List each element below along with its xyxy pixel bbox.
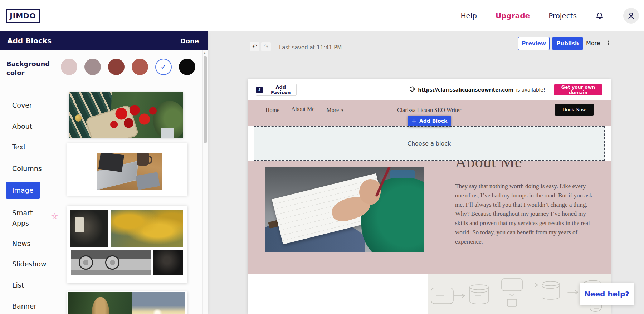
divider — [6, 87, 201, 87]
globe-icon — [409, 86, 415, 93]
image-layout-thumbnail-duo[interactable] — [67, 291, 187, 314]
image-layout-thumbnail-flowers[interactable] — [69, 92, 183, 138]
jimdo-logo[interactable]: JIMDO — [6, 9, 40, 23]
domain-url: https://clarissalicuanseowriter.com — [418, 87, 513, 93]
panel-body: Background color ✓ ✓ ✓ ✓ ✓ ✓ Cover About… — [0, 50, 208, 314]
notepad — [136, 172, 160, 190]
done-button[interactable]: Done — [180, 37, 199, 45]
app-top-bar: JIMDO Help Upgrade Projects — [0, 0, 644, 31]
last-saved-status: Last saved at 11:41 PM — [279, 44, 342, 51]
duo-photo-sunset — [132, 292, 185, 314]
sidebar-item-columns[interactable]: Columns — [12, 165, 42, 172]
sidebar-item-text[interactable]: Text — [12, 143, 26, 151]
site-canvas: J Add Favicon https://clarissalicuanseow… — [248, 79, 611, 314]
add-favicon-label: Add Favicon — [265, 84, 296, 95]
account-avatar[interactable] — [623, 8, 639, 24]
more-label: More — [586, 40, 600, 46]
add-favicon-button[interactable]: J Add Favicon — [256, 84, 297, 96]
about-body-text[interactable]: They say that nothing worth doing is eas… — [455, 182, 595, 246]
about-section: They say that nothing worth doing is eas… — [248, 161, 611, 274]
next-section — [248, 274, 611, 314]
jimdo-favicon-icon: J — [256, 87, 263, 93]
color-swatch-mauve[interactable]: ✓ — [84, 59, 101, 75]
color-swatch-brick[interactable]: ✓ — [132, 59, 148, 75]
bicycle-wheel — [105, 255, 119, 270]
flowers-photo-blooms — [103, 99, 164, 135]
kebab-menu-icon: ⋮ — [605, 39, 611, 46]
color-swatch-white-selected[interactable]: ✓ — [155, 59, 172, 75]
need-help-button[interactable]: Need help? — [580, 283, 634, 305]
color-swatch-black[interactable]: ✓ — [179, 59, 195, 75]
gallery-photo-bananas — [111, 210, 183, 247]
bicycle-wheel — [79, 255, 93, 270]
check-icon: ✓ — [161, 63, 167, 71]
help-link[interactable]: Help — [460, 11, 477, 20]
about-photo-writing[interactable] — [265, 167, 424, 252]
panel-header: Add Blocks Done — [0, 31, 208, 50]
panel-title: Add Blocks — [7, 36, 52, 45]
site-meta-bar: J Add Favicon https://clarissalicuanseow… — [248, 79, 611, 100]
projects-link[interactable]: Projects — [548, 11, 577, 20]
sidebar-scrollbar[interactable]: ▲ — [202, 50, 208, 314]
laptop-desk-photo — [97, 153, 162, 190]
image-layout-thumbnail-gallery[interactable] — [67, 206, 187, 283]
book-now-button[interactable]: Book Now — [555, 104, 594, 116]
background-color-label: Background color — [6, 59, 49, 77]
sidebar-item-about[interactable]: About — [12, 122, 32, 130]
next-section-left-column — [248, 274, 428, 314]
domain-status: is available! — [516, 87, 545, 93]
color-swatch-dark-brick[interactable]: ✓ — [108, 59, 125, 75]
editor-area: ↶ ↷ Last saved at 11:41 PM Preview Publi… — [208, 31, 644, 314]
background-color-swatches: ✓ ✓ ✓ ✓ ✓ ✓ — [61, 59, 195, 75]
preview-button[interactable]: Preview — [518, 37, 550, 50]
publish-button[interactable]: Publish — [552, 37, 583, 50]
sunset-sun — [152, 309, 162, 314]
jimdo-editor-screen: JIMDO Help Upgrade Projects Add Blocks D… — [0, 0, 644, 314]
undo-button[interactable]: ↶ — [250, 42, 259, 51]
duo-photo-woman — [68, 292, 132, 314]
sidebar-item-image[interactable]: Image — [6, 182, 40, 199]
add-blocks-panel: Add Blocks Done Background color ✓ ✓ ✓ ✓… — [0, 31, 208, 314]
coffee-mug — [137, 153, 149, 166]
sidebar-item-slideshow[interactable]: Slideshow — [12, 260, 46, 268]
divider — [59, 87, 59, 314]
gallery-photo-band — [70, 210, 108, 247]
plus-icon: + — [411, 117, 416, 124]
add-block-button[interactable]: + Add Block — [408, 116, 451, 126]
sidebar-item-list[interactable]: List — [12, 281, 24, 289]
color-swatch-light-rose[interactable]: ✓ — [61, 59, 77, 75]
woman-hair — [92, 297, 109, 314]
sidebar-item-cover[interactable]: Cover — [12, 101, 32, 109]
premium-star-icon: ☆ — [51, 211, 58, 221]
sidebar-item-news[interactable]: News — [12, 240, 30, 247]
scroll-up-arrow-icon[interactable]: ▲ — [204, 51, 206, 55]
flowers-photo-apple — [75, 114, 82, 122]
choose-block-dropzone[interactable]: Choose a block — [254, 126, 605, 161]
image-layout-thumbnail-framed[interactable] — [67, 143, 187, 196]
sidebar-item-banner[interactable]: Banner — [12, 302, 36, 310]
scrollbar-thumb[interactable] — [204, 56, 207, 143]
upgrade-link[interactable]: Upgrade — [496, 11, 530, 20]
gallery-photo-portrait — [153, 250, 183, 275]
new-block-band: Choose a block — [248, 126, 611, 161]
add-block-label: Add Block — [419, 118, 447, 124]
app-top-nav: Help Upgrade Projects — [460, 0, 639, 31]
redo-button[interactable]: ↷ — [261, 42, 271, 51]
notifications-bell-icon[interactable] — [595, 11, 605, 21]
domain-availability: https://clarissalicuanseowriter.com is a… — [409, 84, 602, 95]
more-menu[interactable]: More ⋮ — [586, 39, 611, 46]
laptop-screen — [98, 153, 124, 172]
get-domain-button[interactable]: Get your own domain — [554, 84, 602, 95]
gallery-photo-bicycle — [71, 250, 151, 275]
choose-block-label: Choose a block — [408, 140, 451, 147]
sidebar-item-smart-apps[interactable]: Smart Apps — [12, 208, 43, 229]
